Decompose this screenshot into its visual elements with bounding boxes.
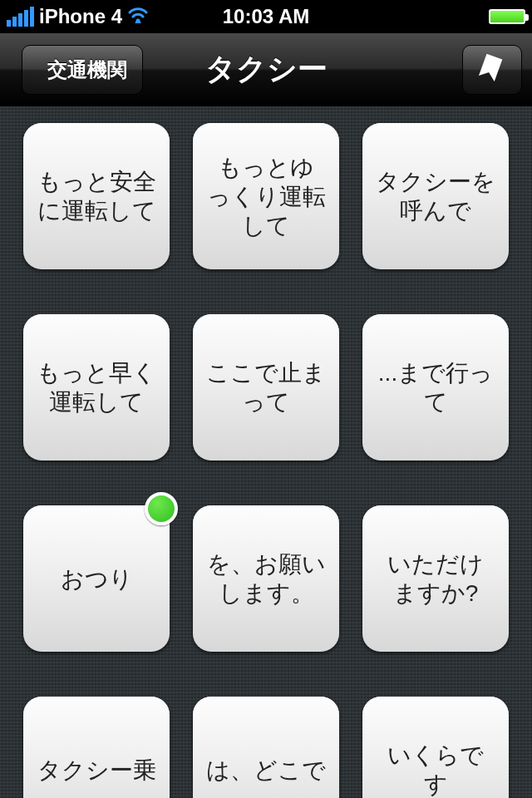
- phrase-card-label: を、お願いします。: [206, 549, 326, 608]
- status-left: iPhone 4: [7, 5, 149, 28]
- phrase-card-label: ここで止まって: [206, 358, 326, 416]
- content-area: もっと安全に運転してもっとゆっくり運転してタクシーを呼んでもっと早く運転してここ…: [0, 106, 532, 798]
- phrase-card[interactable]: ここで止まって: [193, 314, 339, 461]
- status-right: [489, 9, 525, 24]
- phrase-card-label: おつり: [61, 564, 133, 594]
- card-grid: もっと安全に運転してもっとゆっくり運転してタクシーを呼んでもっと早く運転してここ…: [23, 123, 509, 798]
- phrase-card-label: もっと安全に運転して: [37, 167, 156, 225]
- phrase-card[interactable]: は、どこで: [193, 697, 339, 798]
- phrase-card[interactable]: もっとゆっくり運転して: [193, 123, 339, 269]
- clock: 10:03 AM: [223, 5, 309, 28]
- card-badge-icon: [145, 492, 178, 525]
- back-button-label: 交通機関: [47, 57, 127, 83]
- phrase-card[interactable]: おつり: [23, 505, 170, 652]
- phrase-card-label: もっと早く運転して: [37, 358, 156, 416]
- phrase-card-label: ...まで行って: [376, 358, 495, 416]
- phrase-card[interactable]: タクシー乗: [23, 697, 170, 798]
- phrase-card[interactable]: もっと早く運転して: [23, 314, 170, 461]
- bookmark-icon: [477, 53, 507, 86]
- wifi-icon: [127, 5, 149, 28]
- phrase-card[interactable]: ...まで行って: [362, 314, 509, 461]
- signal-icon: [7, 7, 34, 27]
- page-title: タクシー: [205, 49, 328, 90]
- back-button[interactable]: 交通機関: [22, 45, 143, 95]
- status-bar: iPhone 4 10:03 AM: [0, 0, 532, 33]
- phrase-card-label: いただけますか?: [376, 549, 495, 608]
- phrase-card[interactable]: いくらです: [362, 697, 509, 798]
- phrase-card-label: タクシーを呼んで: [376, 167, 495, 225]
- phrase-card[interactable]: もっと安全に運転して: [23, 123, 170, 269]
- svg-point-0: [136, 19, 140, 23]
- phrase-card-label: タクシー乗: [37, 756, 156, 785]
- phrase-card[interactable]: タクシーを呼んで: [362, 123, 509, 269]
- phrase-card-label: は、どこで: [206, 756, 326, 785]
- phrase-card[interactable]: を、お願いします。: [193, 505, 339, 652]
- carrier-label: iPhone 4: [39, 5, 122, 28]
- nav-bar: 交通機関 タクシー: [0, 33, 532, 106]
- phrase-card-label: もっとゆっくり運転して: [206, 153, 326, 240]
- phrase-card-label: いくらです: [376, 741, 495, 798]
- battery-icon: [489, 9, 525, 24]
- bookmark-button[interactable]: [462, 45, 522, 95]
- phrase-card[interactable]: いただけますか?: [362, 505, 509, 652]
